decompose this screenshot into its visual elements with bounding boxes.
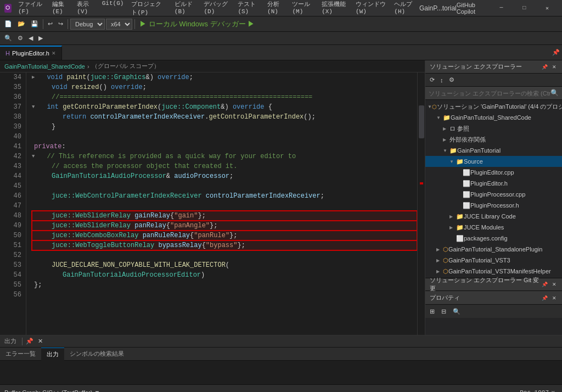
- sol-expand-button[interactable]: ↕: [438, 76, 446, 85]
- toolbar2-btn2[interactable]: ⚙: [15, 33, 25, 43]
- menu-window[interactable]: ウィンドウ(W): [352, 0, 390, 18]
- output-close-button[interactable]: ✕: [36, 337, 45, 346]
- scroll-indicator[interactable]: [417, 72, 425, 335]
- tree-source-label: Source: [464, 158, 483, 165]
- properties-sort-button[interactable]: ⊞: [428, 307, 437, 316]
- solution-close-button[interactable]: ✕: [551, 63, 558, 71]
- tree-vst3[interactable]: ▶ ⬡ GainPanTutorial_VST3: [425, 255, 562, 266]
- tree-external-deps[interactable]: ▶ 外部依存関係: [425, 134, 562, 145]
- solution-root[interactable]: ▼ ⬡ ソリューション 'GainPanTutorial' (4/4 のプロジェ…: [425, 101, 562, 112]
- line-num-45: 45: [0, 181, 21, 191]
- tab-close-button[interactable]: ✕: [52, 51, 56, 56]
- tree-plugin-editor-cpp[interactable]: ⬜ PluginEditor.cpp: [425, 167, 562, 178]
- tree-packages-config[interactable]: ⬜ packages.config: [425, 233, 562, 244]
- menu-bar: ファイル(F) 編集(E) 表示(V) Git(G) プロジェクト(P) ビルド…: [15, 0, 419, 18]
- tab-symbol-search[interactable]: シンボルの検索結果: [64, 348, 130, 361]
- menu-build[interactable]: ビルド(B): [171, 0, 200, 18]
- tree-standalone-plugin[interactable]: ▶ ⬡ GainPanTutorial_StandalonePlugin: [425, 244, 562, 255]
- tree-vst3-manifest[interactable]: ▶ ⬡ GainPanTutorial_VST3ManifestHelper: [425, 266, 562, 277]
- undo-button[interactable]: ↩: [46, 19, 55, 29]
- tree-plugin-editor-h[interactable]: ⬜ PluginEditor.h: [425, 178, 562, 189]
- properties-buttons: 📌 ✕: [541, 294, 558, 303]
- code-content[interactable]: ▶ void paint(juce::Graphics&) override; …: [26, 72, 417, 335]
- debug-config-select[interactable]: Debug: [70, 19, 105, 30]
- tree-juce-lib-label: JUCE Library Code: [464, 213, 516, 220]
- menu-git[interactable]: Git(G): [99, 0, 127, 18]
- code-line-54: GainPanTutorialAudioProcessorEditor): [32, 270, 417, 280]
- toolbar2-btn4[interactable]: ▶: [36, 33, 45, 43]
- menu-help[interactable]: ヘルプ(H): [391, 0, 419, 18]
- tree-plugin-processor-cpp[interactable]: ⬜ PluginProcessor.cpp: [425, 189, 562, 200]
- scroll-thumb[interactable]: [419, 105, 424, 138]
- menu-edit[interactable]: 編集(E): [49, 0, 72, 18]
- toolbar-separator-3: [134, 19, 135, 29]
- minimize-button[interactable]: ─: [491, 0, 512, 16]
- line-num-50: 50: [0, 231, 21, 240]
- toolbar2-btn3[interactable]: ◀: [26, 33, 35, 43]
- collapse-42[interactable]: ▼: [32, 152, 35, 161]
- properties-search-button[interactable]: 🔍: [451, 307, 463, 316]
- tree-juce-lib[interactable]: ▶ 📁 JUCE Library Code: [425, 211, 562, 222]
- collapse-37[interactable]: ▼: [32, 102, 35, 112]
- solution-icon: ⬡: [432, 104, 437, 110]
- redo-button[interactable]: ↪: [56, 19, 65, 29]
- save-button[interactable]: 💾: [29, 19, 41, 29]
- restore-button[interactable]: □: [514, 0, 535, 16]
- line-num-38: 38: [0, 112, 21, 122]
- close-button[interactable]: ✕: [537, 0, 558, 16]
- git-changes-header[interactable]: ソリューション エクスプローラー Git 変更 📌 ✕: [425, 278, 562, 291]
- platform-select[interactable]: x64: [106, 19, 132, 30]
- menu-extensions[interactable]: 拡張機能(X): [318, 0, 351, 18]
- tab-plugin-editor-h[interactable]: H PluginEditor.h ✕: [0, 46, 62, 60]
- menu-view[interactable]: 表示(V): [74, 0, 97, 18]
- juce-modules-icon: 📁: [456, 224, 464, 231]
- window-title: GainP...torial: [419, 4, 457, 12]
- tree-source-folder[interactable]: ▼ 📁 Source: [425, 156, 562, 167]
- toolbar2-btn1[interactable]: 🔍: [2, 33, 14, 43]
- solution-search-box: 🔍: [425, 87, 562, 100]
- git-changes-buttons: 📌 ✕: [541, 280, 558, 289]
- properties-close-button[interactable]: ✕: [551, 294, 558, 303]
- run-button[interactable]: ▶ ローカル Windows デバッガー ▶: [137, 18, 257, 30]
- solution-pin-button[interactable]: 📌: [541, 63, 549, 71]
- title-bar-left: ⬡ ファイル(F) 編集(E) 表示(V) Git(G) プロジェクト(P) ビ…: [4, 0, 419, 18]
- vs-icon: ⬡: [4, 4, 12, 13]
- pin-tab-button[interactable]: 📌: [550, 44, 562, 60]
- solution-tree[interactable]: ▼ ⬡ ソリューション 'GainPanTutorial' (4/4 のプロジェ…: [425, 100, 562, 278]
- menu-project[interactable]: プロジェクト(P): [128, 0, 170, 18]
- menu-tools[interactable]: ツール(M): [289, 0, 317, 18]
- line-num-54: 54: [0, 270, 21, 280]
- sol-sync-button[interactable]: ⟳: [428, 75, 437, 85]
- git-pin-button[interactable]: 📌: [541, 280, 549, 289]
- menu-analyze[interactable]: 分析(N): [264, 0, 288, 18]
- code-line-43: // access the processor object that crea…: [32, 161, 417, 171]
- tree-gainpan-tutorial[interactable]: ▼ 📁 GainPanTutorial: [425, 145, 562, 156]
- tree-juce-modules[interactable]: ▶ 📁 JUCE Modules: [425, 222, 562, 233]
- properties-pin-button[interactable]: 📌: [541, 294, 549, 303]
- new-file-button[interactable]: 📄: [2, 19, 14, 29]
- git-close-button[interactable]: ✕: [551, 280, 558, 289]
- menu-file[interactable]: ファイル(F): [15, 0, 48, 18]
- pos-label: Pos 1987: [520, 389, 549, 392]
- tree-references[interactable]: ▶ ロ 参照: [425, 123, 562, 134]
- menu-debug[interactable]: デバッグ(D): [200, 0, 233, 18]
- code-line-45: [32, 181, 417, 191]
- code-line-48: juce::WebSliderRelay gainRelay{"gain"};: [32, 211, 417, 221]
- output-pin-button[interactable]: 📌: [24, 337, 36, 346]
- tree-external-deps-label: 外部依存関係: [449, 136, 486, 144]
- tree-plugin-processor-h[interactable]: ⬜ PluginProcessor.h: [425, 200, 562, 211]
- open-button[interactable]: 📂: [15, 19, 27, 29]
- code-line-42: ▼ // This reference is provided as a qui…: [32, 152, 417, 161]
- properties-grid-button[interactable]: ⊟: [439, 307, 448, 316]
- menu-test[interactable]: テスト(S): [234, 0, 263, 18]
- main-content-area: GainPanTutorial_SharedCode › （グローバル スコープ…: [0, 60, 562, 335]
- collapse-34[interactable]: ▶: [32, 72, 35, 82]
- buffer-close-button[interactable]: ✕: [549, 389, 558, 392]
- standalone-icon: ⬡: [443, 246, 448, 253]
- tree-shared-code[interactable]: ▼ 📁 GainPanTutorial_SharedCode: [425, 112, 562, 123]
- tab-output[interactable]: 出力: [41, 348, 64, 361]
- tab-error-list[interactable]: エラー一覧: [0, 348, 41, 361]
- sol-filter-button[interactable]: ⚙: [447, 75, 457, 85]
- gainpan-tutorial-icon: 📁: [449, 147, 457, 154]
- solution-search-input[interactable]: [429, 90, 550, 97]
